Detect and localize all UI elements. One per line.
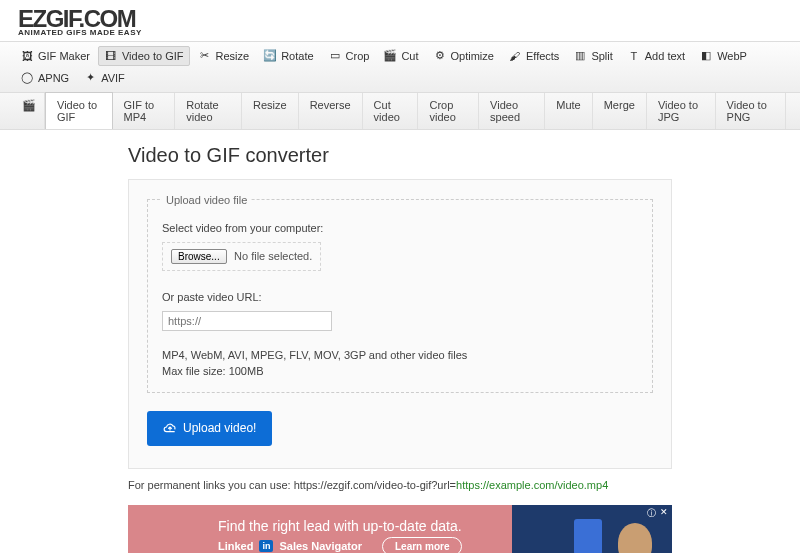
sub-nav-item-5[interactable]: Reverse <box>299 93 363 129</box>
main-nav-item-5[interactable]: 🎬Cut <box>377 46 424 66</box>
upload-button[interactable]: Upload video! <box>147 411 272 446</box>
sub-nav-item-4[interactable]: Resize <box>242 93 299 129</box>
main-content: Video to GIF converter Upload video file… <box>120 144 680 553</box>
ad-brand: Linkedin Sales Navigator Learn more <box>218 537 512 553</box>
nav-label: Add text <box>645 50 685 62</box>
nav-icon: 🖼 <box>20 49 34 63</box>
main-nav-item-12[interactable]: ✦AVIF <box>77 68 131 88</box>
main-nav-item-1[interactable]: 🎞Video to GIF <box>98 46 190 66</box>
linkedin-icon: in <box>259 540 273 552</box>
formats-text: MP4, WebM, AVI, MPEG, FLV, MOV, 3GP and … <box>162 347 638 364</box>
maxsize-text: Max file size: 100MB <box>162 363 638 380</box>
nav-label: Rotate <box>281 50 313 62</box>
sub-nav-item-1[interactable]: Video to GIF <box>45 92 113 129</box>
nav-icon: T <box>627 49 641 63</box>
sub-nav-item-7[interactable]: Crop video <box>418 93 479 129</box>
main-nav-item-2[interactable]: ✂Resize <box>192 46 256 66</box>
main-nav-item-10[interactable]: ◧WebP <box>693 46 753 66</box>
main-nav-item-9[interactable]: TAdd text <box>621 46 691 66</box>
nav-icon: 🎞 <box>104 49 118 63</box>
nav-label: Split <box>591 50 612 62</box>
permalink-hint: For permanent links you can use: https:/… <box>128 479 672 491</box>
nav-label: Crop <box>346 50 370 62</box>
main-nav-item-0[interactable]: 🖼GIF Maker <box>14 46 96 66</box>
nav-icon: ◯ <box>20 71 34 85</box>
fieldset-legend: Upload video file <box>162 194 251 206</box>
browse-button[interactable]: Browse... <box>171 249 227 264</box>
upload-fieldset: Upload video file Select video from your… <box>147 194 653 393</box>
file-input-row: Browse... No file selected. <box>162 242 321 271</box>
nav-icon: ⚙ <box>433 49 447 63</box>
nav-icon: 🖌 <box>508 49 522 63</box>
sub-nav-item-2[interactable]: GIF to MP4 <box>113 93 176 129</box>
nav-icon: ▥ <box>573 49 587 63</box>
upload-button-label: Upload video! <box>183 421 256 435</box>
nav-label: Cut <box>401 50 418 62</box>
sub-nav: 🎬Video to GIFGIF to MP4Rotate videoResiz… <box>0 93 800 130</box>
ad-close-icon[interactable]: ✕ <box>660 507 668 520</box>
sub-nav-item-9[interactable]: Mute <box>545 93 592 129</box>
nav-label: AVIF <box>101 72 125 84</box>
ad-banner[interactable]: Find the right lead with up-to-date data… <box>128 505 672 553</box>
nav-icon: 🎬 <box>383 49 397 63</box>
nav-label: Video to GIF <box>122 50 184 62</box>
header: EZGIF.COM ANIMATED GIFS MADE EASY <box>0 0 800 41</box>
cloud-upload-icon <box>163 420 177 437</box>
main-nav-item-3[interactable]: 🔄Rotate <box>257 46 319 66</box>
permalink-example-link[interactable]: https://example.com/video.mp4 <box>456 479 608 491</box>
ad-brand-name: Linked <box>218 540 253 552</box>
nav-label: APNG <box>38 72 69 84</box>
nav-label: GIF Maker <box>38 50 90 62</box>
nav-label: Resize <box>216 50 250 62</box>
nav-icon: ✦ <box>83 71 97 85</box>
select-label: Select video from your computer: <box>162 222 638 234</box>
nav-icon: ◧ <box>699 49 713 63</box>
page-title: Video to GIF converter <box>128 144 672 167</box>
ad-controls: ⓘ ✕ <box>647 507 668 520</box>
logo-top: EZGIF.COM <box>18 8 782 30</box>
nav-label: Optimize <box>451 50 494 62</box>
sub-nav-item-3[interactable]: Rotate video <box>175 93 242 129</box>
sub-nav-item-8[interactable]: Video speed <box>479 93 545 129</box>
main-nav-item-4[interactable]: ▭Crop <box>322 46 376 66</box>
sub-nav-item-6[interactable]: Cut video <box>363 93 419 129</box>
format-hint: MP4, WebM, AVI, MPEG, FLV, MOV, 3GP and … <box>162 347 638 380</box>
main-nav-item-6[interactable]: ⚙Optimize <box>427 46 500 66</box>
sub-nav-item-12[interactable]: Video to PNG <box>716 93 786 129</box>
main-nav-item-8[interactable]: ▥Split <box>567 46 618 66</box>
main-nav: 🖼GIF Maker🎞Video to GIF✂Resize🔄Rotate▭Cr… <box>0 41 800 93</box>
main-nav-item-7[interactable]: 🖌Effects <box>502 46 565 66</box>
nav-icon: 🔄 <box>263 49 277 63</box>
nav-icon: ▭ <box>328 49 342 63</box>
upload-box: Upload video file Select video from your… <box>128 179 672 469</box>
sub-nav-item-10[interactable]: Merge <box>593 93 647 129</box>
main-nav-item-11[interactable]: ◯APNG <box>14 68 75 88</box>
logo-subtitle: ANIMATED GIFS MADE EASY <box>18 28 782 37</box>
ad-info-icon[interactable]: ⓘ <box>647 507 656 520</box>
sub-nav-item-0[interactable]: 🎬 <box>14 93 45 129</box>
url-label: Or paste video URL: <box>162 291 638 303</box>
nav-icon: ✂ <box>198 49 212 63</box>
ad-title: Find the right lead with up-to-date data… <box>218 518 512 534</box>
nav-label: WebP <box>717 50 747 62</box>
nav-label: Effects <box>526 50 559 62</box>
ad-cta-button[interactable]: Learn more <box>382 537 462 553</box>
ad-content: Find the right lead with up-to-date data… <box>128 518 512 553</box>
ad-brand-suffix: Sales Navigator <box>279 540 362 552</box>
sub-nav-item-11[interactable]: Video to JPG <box>647 93 716 129</box>
url-input[interactable] <box>162 311 332 331</box>
permalink-text: For permanent links you can use: https:/… <box>128 479 456 491</box>
file-status: No file selected. <box>234 250 312 262</box>
